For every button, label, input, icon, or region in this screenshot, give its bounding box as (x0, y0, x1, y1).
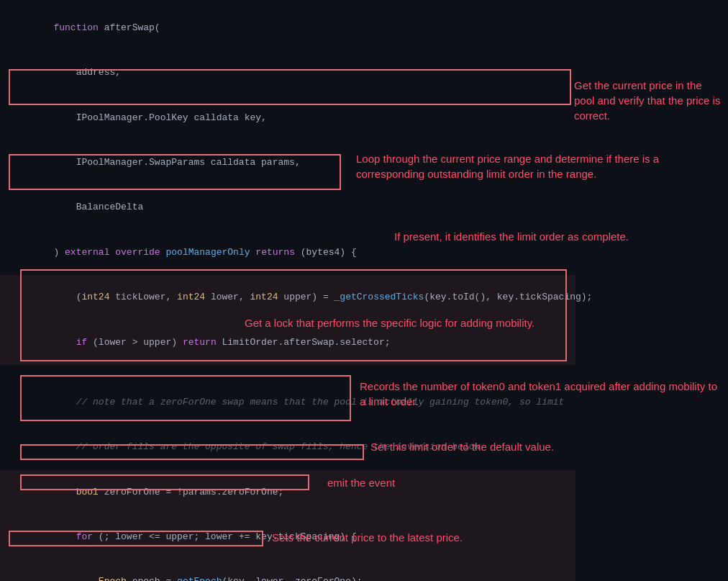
code-block: function afterSwap( address, IPoolManage… (0, 6, 575, 581)
annotation-set-price: Sets the current price to the latest pri… (272, 530, 689, 545)
code-line-5: BalanceDelta (0, 186, 575, 230)
code-line-1: function afterSwap( (0, 6, 575, 50)
annotation-emit: emit the event (327, 475, 543, 490)
code-line-14: Epoch epoch = getEpoch(key, lower, zeroF… (0, 559, 575, 581)
code-line-3: IPoolManager.PoolKey calldata key, (0, 96, 575, 140)
code-line-7: (int24 tickLower, int24 lower, int24 upp… (0, 275, 575, 320)
annotation-lock: Get a lock that performs the specific lo… (245, 315, 691, 330)
annotation-records: Records the number of token0 and token1 … (360, 379, 719, 409)
annotation-current-price: Get the current price in the pool and ve… (574, 78, 725, 123)
code-line-2: address, (0, 50, 575, 95)
annotation-if-present: If present, it identifies the limit orde… (394, 229, 718, 244)
main-layout: function afterSwap( address, IPoolManage… (0, 0, 728, 581)
annotation-loop: Loop through the current price range and… (356, 151, 723, 181)
code-line-9 (0, 365, 575, 380)
annotation-set-default: Set this limit order to the default valu… (370, 439, 709, 454)
